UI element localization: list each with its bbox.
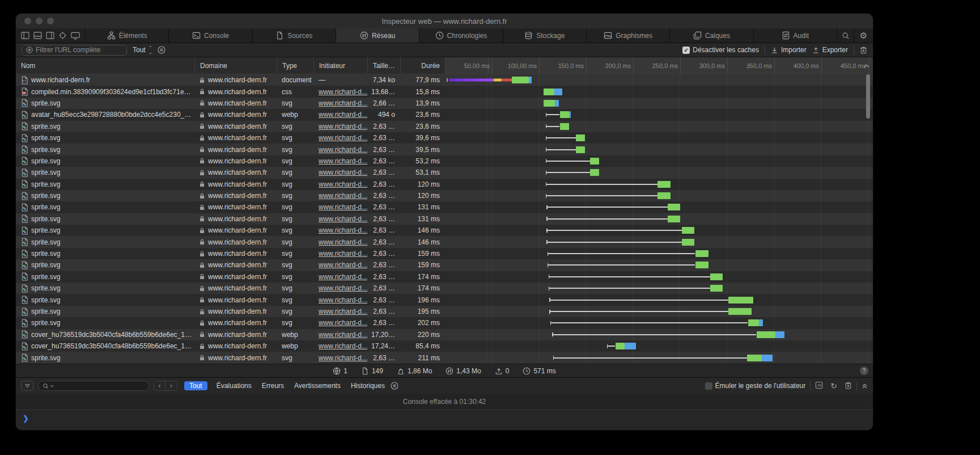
initiator-link[interactable]: www.richard-d… <box>319 157 367 165</box>
initiator-link[interactable]: www.richard-d… <box>319 261 367 269</box>
table-row[interactable]: avatar_hu85ecc3e298728880b0bde2dcc4e5c23… <box>16 109 873 120</box>
dock-right-icon[interactable] <box>46 32 54 39</box>
disable-caches-checkbox[interactable]: ✓ Désactiver les caches <box>682 46 759 54</box>
initiator-link[interactable]: www.richard-d… <box>319 238 367 246</box>
console-scope-avertissements[interactable]: Avertissements <box>293 381 342 390</box>
column-header-duree[interactable]: Durée <box>400 57 445 74</box>
dock-left-icon[interactable] <box>21 32 29 39</box>
dock-bottom-icon[interactable] <box>33 32 42 39</box>
column-header-domaine[interactable]: Domaine <box>194 57 277 74</box>
device-icon[interactable] <box>71 32 80 40</box>
status-document[interactable]: 149 <box>361 367 383 375</box>
table-row[interactable]: sprite.svgwww.richard-dern.frsvgwww.rich… <box>16 190 873 201</box>
initiator-link[interactable]: www.richard-d… <box>319 180 367 188</box>
traffic-lights[interactable] <box>24 18 54 24</box>
console-scope-evaluations[interactable]: Évaluations <box>215 381 253 390</box>
table-row[interactable]: sprite.svgwww.richard-dern.frsvgwww.rich… <box>16 201 873 213</box>
initiator-link[interactable]: www.richard-d… <box>319 226 367 234</box>
table-row[interactable]: sprite.svgwww.richard-dern.frsvgwww.rich… <box>16 213 873 225</box>
filter-options-icon[interactable] <box>158 46 166 54</box>
status-weight[interactable]: 1,86 Mo <box>397 367 432 375</box>
initiator-link[interactable]: www.richard-d… <box>319 331 367 339</box>
initiator-link[interactable]: www.richard-d… <box>319 111 367 119</box>
initiator-link[interactable]: www.richard-d… <box>319 88 367 96</box>
initiator-link[interactable]: www.richard-d… <box>319 354 367 362</box>
type-filter-dropdown[interactable]: Tout ⌃⌃ <box>133 46 152 54</box>
console-context-picker[interactable] <box>21 381 33 391</box>
emulate-user-gesture-checkbox[interactable]: Émuler le geste de l'utilisateur <box>705 382 806 390</box>
console-scope-tout[interactable]: Tout <box>184 381 207 390</box>
table-row[interactable]: sprite.svgwww.richard-dern.frsvgwww.rich… <box>16 352 873 363</box>
table-row[interactable]: sprite.svgwww.richard-dern.frsvgwww.rich… <box>16 236 873 247</box>
table-row[interactable]: sprite.svgwww.richard-dern.frsvgwww.rich… <box>16 225 873 236</box>
js-sources-icon[interactable]: JS <box>815 381 823 391</box>
vertical-scrollbar-thumb[interactable] <box>866 74 870 119</box>
tab-console[interactable]: Console <box>168 28 252 43</box>
url-filter-input[interactable]: Filtrer l'URL complète <box>22 45 127 56</box>
table-row[interactable]: sprite.svgwww.richard-dern.frsvgwww.rich… <box>16 98 873 109</box>
status-transfer[interactable]: 1,43 Mo <box>446 367 481 375</box>
initiator-link[interactable]: www.richard-d… <box>319 296 367 304</box>
initiator-link[interactable]: www.richard-d… <box>319 146 367 154</box>
collapse-console-chevrons-icon[interactable] <box>862 383 868 389</box>
table-row[interactable]: compiled.min.38390909f303624ed9e1cf1bd3f… <box>16 86 873 97</box>
tab-audit[interactable]: Audit <box>753 28 837 43</box>
column-header-nom[interactable]: Nom <box>16 57 194 74</box>
table-row[interactable]: sprite.svgwww.richard-dern.frsvgwww.rich… <box>16 132 873 144</box>
table-row[interactable]: sprite.svgwww.richard-dern.frsvgwww.rich… <box>16 179 873 190</box>
initiator-link[interactable]: www.richard-d… <box>319 203 367 211</box>
table-row[interactable]: sprite.svgwww.richard-dern.frsvgwww.rich… <box>16 167 873 178</box>
status-upload[interactable]: 0 <box>495 367 510 375</box>
table-row[interactable]: cover_hu736519dc3b5040cfa48b6b559b6de6ec… <box>16 329 873 340</box>
column-header-type[interactable]: Type <box>277 57 313 74</box>
refresh-icon[interactable]: ↻ <box>830 381 837 390</box>
console-scope-historiques[interactable]: Historiques <box>350 381 386 390</box>
table-row[interactable]: sprite.svgwww.richard-dern.frsvgwww.rich… <box>16 121 873 132</box>
export-button[interactable]: Exporter <box>812 46 848 54</box>
console-search-input[interactable] <box>38 381 149 391</box>
table-row[interactable]: sprite.svgwww.richard-dern.frsvgwww.rich… <box>16 317 873 328</box>
element-picker-icon[interactable] <box>58 31 67 40</box>
tab-storage[interactable]: Stockage <box>503 28 586 43</box>
table-row[interactable]: sprite.svgwww.richard-dern.frsvgwww.rich… <box>16 306 873 317</box>
table-row[interactable]: www.richard-dern.frwww.richard-dern.frdo… <box>16 74 873 86</box>
prev-result-button[interactable]: ‹ <box>154 381 166 391</box>
tab-network[interactable]: Réseau <box>336 28 419 43</box>
initiator-link[interactable]: www.richard-d… <box>319 168 367 176</box>
initiator-link[interactable]: www.richard-d… <box>319 319 367 327</box>
table-row[interactable]: sprite.svgwww.richard-dern.frsvgwww.rich… <box>16 248 873 259</box>
status-clock[interactable]: 571 ms <box>523 367 555 375</box>
table-row[interactable]: sprite.svgwww.richard-dern.frsvgwww.rich… <box>16 271 873 283</box>
zoom-window-button[interactable] <box>47 18 54 24</box>
search-button[interactable] <box>837 28 854 43</box>
initiator-link[interactable]: www.richard-d… <box>319 250 367 258</box>
tab-graphics[interactable]: Graphismes <box>586 28 669 43</box>
table-row[interactable]: sprite.svgwww.richard-dern.frsvgwww.rich… <box>16 259 873 271</box>
tab-timelines[interactable]: Chronologies <box>419 28 502 43</box>
status-globe[interactable]: 1 <box>333 367 347 375</box>
tab-sources[interactable]: Sources <box>252 28 336 43</box>
column-header-taille[interactable]: Taille… <box>367 57 400 74</box>
initiator-link[interactable]: www.richard-d… <box>319 273 367 281</box>
initiator-link[interactable]: www.richard-d… <box>319 99 367 107</box>
settings-gear-icon[interactable]: ⚙ <box>854 28 873 43</box>
table-row[interactable]: sprite.svgwww.richard-dern.frsvgwww.rich… <box>16 155 873 167</box>
table-row[interactable]: sprite.svgwww.richard-dern.frsvgwww.rich… <box>16 294 873 305</box>
table-row[interactable]: cover_hu736519dc3b5040cfa48b6b559b6de6ec… <box>16 340 873 352</box>
initiator-link[interactable]: www.richard-d… <box>319 123 367 130</box>
console-options-icon[interactable] <box>391 382 398 390</box>
column-header-initiateur[interactable]: Initiateur <box>313 57 367 74</box>
close-window-button[interactable] <box>24 18 31 24</box>
tab-layers[interactable]: Calques <box>669 28 753 43</box>
initiator-link[interactable]: www.richard-d… <box>319 215 367 223</box>
console-scope-erreurs[interactable]: Erreurs <box>261 381 285 390</box>
minimize-window-button[interactable] <box>36 18 43 24</box>
initiator-link[interactable]: www.richard-d… <box>319 134 367 142</box>
import-button[interactable]: Importer <box>771 46 807 54</box>
clear-network-trash-icon[interactable] <box>860 46 867 54</box>
clear-console-trash-icon[interactable] <box>845 381 852 391</box>
help-button[interactable]: ? <box>860 366 868 375</box>
console-prompt-area[interactable]: ❯ <box>16 410 873 430</box>
tab-elements[interactable]: Éléments <box>85 28 168 43</box>
table-row[interactable]: sprite.svgwww.richard-dern.frsvgwww.rich… <box>16 283 873 294</box>
